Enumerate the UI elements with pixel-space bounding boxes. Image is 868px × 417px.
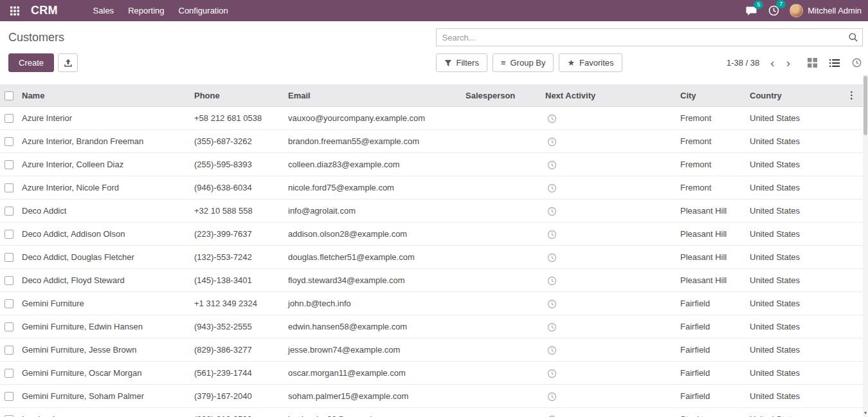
search-input[interactable]	[436, 28, 863, 46]
row-checkbox[interactable]	[5, 114, 14, 123]
table-row[interactable]: Deco Addict+32 10 588 558info@agrolait.c…	[0, 199, 863, 223]
column-header-email[interactable]: Email	[285, 84, 463, 107]
cell-salesperson[interactable]	[463, 338, 543, 362]
cell-salesperson[interactable]	[463, 176, 543, 199]
cell-next-activity[interactable]	[543, 315, 678, 338]
cell-city[interactable]: Fremont	[678, 130, 747, 153]
cell-email[interactable]: floyd.steward34@example.com	[285, 269, 463, 292]
column-header-city[interactable]: City	[678, 84, 747, 107]
cell-name[interactable]: Gemini Furniture, Edwin Hansen	[19, 315, 192, 338]
cell-phone[interactable]: (379)-167-2040	[192, 385, 285, 408]
cell-email[interactable]: lumber-inv92@example.com	[285, 408, 463, 417]
cell-phone[interactable]: (145)-138-3401	[192, 269, 285, 292]
messages-button[interactable]: 5	[745, 5, 758, 17]
cell-email[interactable]: soham.palmer15@example.com	[285, 385, 463, 408]
cell-city[interactable]: Fremont	[678, 176, 747, 199]
cell-country[interactable]: United States	[747, 269, 815, 292]
cell-name[interactable]: Deco Addict, Addison Olson	[19, 223, 192, 246]
vertical-scrollbar[interactable]: ▼	[863, 75, 868, 417]
cell-city[interactable]: Fremont	[678, 153, 747, 176]
cell-name[interactable]: Deco Addict, Floyd Steward	[19, 269, 192, 292]
cell-country[interactable]: United States	[747, 338, 815, 362]
apps-menu-button[interactable]	[6, 4, 23, 18]
cell-email[interactable]: brandon.freeman55@example.com	[285, 130, 463, 153]
cell-email[interactable]: addison.olson28@example.com	[285, 223, 463, 246]
scroll-down-arrow-icon[interactable]: ▼	[863, 409, 868, 417]
cell-phone[interactable]: (223)-399-7637	[192, 223, 285, 246]
cell-next-activity[interactable]	[543, 338, 678, 362]
cell-country[interactable]: United States	[747, 408, 815, 417]
favorites-button[interactable]: ★ Favorites	[559, 53, 622, 72]
cell-next-activity[interactable]	[543, 130, 678, 153]
cell-name[interactable]: Deco Addict, Douglas Fletcher	[19, 246, 192, 269]
menu-configuration[interactable]: Configuration	[172, 2, 235, 19]
cell-phone[interactable]: (828)-316-0593	[192, 408, 285, 417]
import-records-button[interactable]	[58, 53, 78, 72]
cell-country[interactable]: United States	[747, 223, 815, 246]
cell-phone[interactable]: (561)-239-1744	[192, 362, 285, 385]
scrollbar-thumb[interactable]	[863, 76, 867, 135]
cell-city[interactable]: Pleasant Hill	[678, 269, 747, 292]
cell-next-activity[interactable]	[543, 176, 678, 199]
cell-salesperson[interactable]	[463, 130, 543, 153]
cell-city[interactable]: Fairfield	[678, 362, 747, 385]
cell-email[interactable]: nicole.ford75@example.com	[285, 176, 463, 199]
cell-city[interactable]: Fremont	[678, 107, 747, 130]
row-checkbox[interactable]	[5, 230, 14, 239]
table-row[interactable]: Lumber Inc(828)-316-0593lumber-inv92@exa…	[0, 408, 863, 417]
row-checkbox[interactable]	[5, 369, 14, 378]
cell-name[interactable]: Azure Interior, Brandon Freeman	[19, 130, 192, 153]
cell-city[interactable]: Fairfield	[678, 385, 747, 408]
cell-phone[interactable]: (829)-386-3277	[192, 338, 285, 362]
cell-country[interactable]: United States	[747, 130, 815, 153]
table-row[interactable]: Gemini Furniture, Edwin Hansen(943)-352-…	[0, 315, 863, 338]
cell-country[interactable]: United States	[747, 315, 815, 338]
cell-salesperson[interactable]	[463, 315, 543, 338]
table-row[interactable]: Gemini Furniture, Soham Palmer(379)-167-…	[0, 385, 863, 408]
cell-city[interactable]: Pleasant Hill	[678, 199, 747, 223]
table-row[interactable]: Deco Addict, Addison Olson(223)-399-7637…	[0, 223, 863, 246]
cell-city[interactable]: Fairfield	[678, 338, 747, 362]
cell-name[interactable]: Gemini Furniture, Soham Palmer	[19, 385, 192, 408]
cell-name[interactable]: Lumber Inc	[19, 408, 192, 417]
row-checkbox[interactable]	[5, 160, 14, 169]
cell-salesperson[interactable]	[463, 269, 543, 292]
cell-phone[interactable]: +1 312 349 2324	[192, 292, 285, 315]
column-header-name[interactable]: Name	[19, 84, 192, 107]
cell-salesperson[interactable]	[463, 292, 543, 315]
cell-city[interactable]: Pleasant Hill	[678, 246, 747, 269]
table-row[interactable]: Gemini Furniture, Oscar Morgan(561)-239-…	[0, 362, 863, 385]
table-row[interactable]: Gemini Furniture, Jesse Brown(829)-386-3…	[0, 338, 863, 362]
cell-email[interactable]: jesse.brown74@example.com	[285, 338, 463, 362]
activity-view-button[interactable]	[851, 57, 863, 69]
column-header-next-activity[interactable]: Next Activity	[543, 84, 678, 107]
cell-phone[interactable]: (255)-595-8393	[192, 153, 285, 176]
row-checkbox[interactable]	[5, 253, 14, 262]
column-header-phone[interactable]: Phone	[192, 84, 285, 107]
cell-country[interactable]: United States	[747, 107, 815, 130]
menu-sales[interactable]: Sales	[86, 2, 122, 19]
cell-next-activity[interactable]	[543, 362, 678, 385]
cell-name[interactable]: Deco Addict	[19, 199, 192, 223]
cell-country[interactable]: United States	[747, 176, 815, 199]
cell-salesperson[interactable]	[463, 223, 543, 246]
cell-email[interactable]: vauxoo@yourcompany.example.com	[285, 107, 463, 130]
column-header-salesperson[interactable]: Salesperson	[463, 84, 543, 107]
cell-city[interactable]: Stockton	[678, 408, 747, 417]
cell-name[interactable]: Azure Interior, Nicole Ford	[19, 176, 192, 199]
cell-name[interactable]: Azure Interior, Colleen Diaz	[19, 153, 192, 176]
cell-name[interactable]: Gemini Furniture, Oscar Morgan	[19, 362, 192, 385]
cell-city[interactable]: Fairfield	[678, 292, 747, 315]
cell-next-activity[interactable]	[543, 223, 678, 246]
cell-country[interactable]: United States	[747, 362, 815, 385]
cell-next-activity[interactable]	[543, 292, 678, 315]
cell-next-activity[interactable]	[543, 107, 678, 130]
cell-phone[interactable]: (132)-553-7242	[192, 246, 285, 269]
table-row[interactable]: Deco Addict, Floyd Steward(145)-138-3401…	[0, 269, 863, 292]
row-checkbox[interactable]	[5, 183, 14, 192]
cell-email[interactable]: oscar.morgan11@example.com	[285, 362, 463, 385]
cell-name[interactable]: Gemini Furniture, Jesse Brown	[19, 338, 192, 362]
cell-country[interactable]: United States	[747, 199, 815, 223]
cell-email[interactable]: info@agrolait.com	[285, 199, 463, 223]
cell-next-activity[interactable]	[543, 199, 678, 223]
